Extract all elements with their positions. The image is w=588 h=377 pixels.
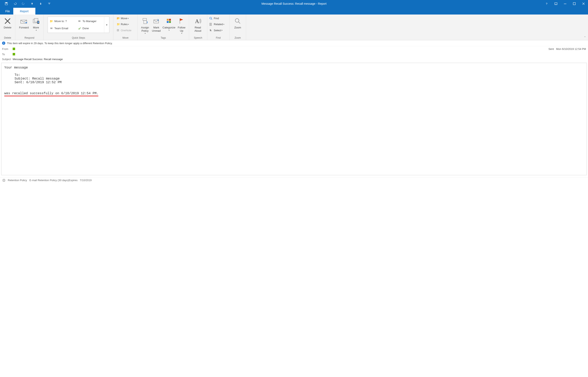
zoom-label: Zoom	[234, 26, 241, 29]
read-aloud-icon: A	[194, 16, 202, 26]
collapse-ribbon-icon[interactable]: ⌃	[584, 36, 586, 39]
info-icon: i	[2, 42, 5, 45]
categorize-label: Categorize	[162, 26, 175, 29]
move-button[interactable]: 📂Move▾	[115, 16, 132, 20]
ribbon: Delete Delete Forward More▾ Respond	[0, 14, 588, 40]
close-icon[interactable]	[579, 0, 588, 7]
zoom-icon	[234, 16, 241, 26]
tab-file[interactable]: File	[2, 8, 13, 14]
rules-button[interactable]: 📁Rules▾	[115, 22, 132, 26]
mark-unread-label: Mark Unread	[152, 26, 161, 32]
header-to-row: To	[0, 51, 588, 57]
flag-icon	[179, 16, 184, 26]
mark-unread-button[interactable]: Mark Unread	[151, 15, 162, 32]
group-label-speech: Speech	[189, 36, 207, 40]
body-line-subject: Subject: Recall message	[4, 77, 584, 81]
ribbon-group-tags: Assign Policy▾ Mark Unread Categorize▾ F…	[138, 14, 189, 40]
related-label: Related	[214, 23, 223, 26]
retention-info-text: This item will expire in 29 days. To kee…	[7, 42, 113, 45]
body-line-sent: Sent: 6/10/2019 12:52 PM	[4, 81, 584, 84]
ribbon-group-find: Find Related▾ Select▾ Find	[207, 14, 230, 40]
find-button[interactable]: Find	[208, 16, 225, 21]
done-icon	[78, 27, 81, 30]
move-label: Move	[121, 17, 127, 20]
categorize-icon	[166, 16, 172, 26]
onenote-icon: N	[116, 29, 121, 32]
svg-point-21	[235, 19, 239, 22]
message-body[interactable]: Your message To: Subject: Recall message…	[1, 63, 587, 175]
undo-icon[interactable]	[11, 0, 19, 7]
group-label-delete: Delete	[0, 36, 15, 40]
quickstep-done[interactable]: Done	[78, 26, 103, 31]
svg-text:N: N	[117, 29, 118, 31]
title-bar: Message Recall Success: Recall message -…	[0, 0, 588, 7]
find-label: Find	[214, 17, 219, 20]
svg-rect-2	[48, 3, 50, 3]
quicksteps-expand-icon[interactable]: ▾	[104, 17, 109, 33]
subject-label: Subject	[2, 58, 13, 61]
status-retention-label: Retention Policy	[8, 179, 27, 182]
previous-item-icon[interactable]	[28, 0, 36, 7]
select-label: Select	[214, 29, 221, 32]
maximize-icon[interactable]	[570, 0, 579, 7]
sent-block: Sent Mon 6/10/2019 12:54 PM	[548, 47, 586, 50]
related-icon	[209, 23, 213, 26]
quickstep-team-email[interactable]: ✉Team Email	[49, 26, 74, 31]
svg-rect-15	[169, 19, 171, 21]
quick-access-toolbar	[0, 0, 54, 7]
zoom-button[interactable]: Zoom	[231, 15, 244, 29]
delete-button[interactable]: Delete	[2, 15, 13, 29]
svg-rect-4	[564, 4, 566, 4]
quickstep-move-to[interactable]: 📁Move to: ?	[49, 19, 74, 24]
sent-label: Sent	[548, 47, 554, 50]
move-folder-icon: 📂	[116, 17, 121, 20]
window-controls: ?	[542, 0, 588, 7]
rules-icon: 📁	[116, 23, 121, 26]
related-button[interactable]: Related▾	[208, 22, 225, 26]
save-icon[interactable]	[2, 0, 11, 7]
svg-rect-23	[3, 179, 5, 180]
ribbon-group-delete: Delete Delete	[0, 14, 15, 40]
help-icon[interactable]: ?	[542, 0, 551, 7]
retention-info-bar: i This item will expire in 29 days. To k…	[0, 40, 588, 46]
follow-up-button[interactable]: Follow Up▾	[176, 15, 187, 35]
categorize-button[interactable]: Categorize▾	[162, 15, 176, 31]
status-expires-label: Expires	[69, 179, 78, 182]
presence-icon	[13, 48, 15, 50]
assign-policy-icon	[142, 16, 149, 26]
body-line-intro: Your message	[4, 66, 584, 70]
to-value	[17, 52, 27, 56]
minimize-icon[interactable]	[560, 0, 570, 7]
quickstep-team-email-label: Team Email	[54, 27, 68, 30]
svg-rect-1	[6, 2, 7, 3]
status-retention-value: E-mail Retention Policy (30 days)	[29, 179, 69, 182]
ribbon-group-zoom: Zoom Zoom	[230, 14, 246, 40]
customize-qat-icon[interactable]	[45, 0, 54, 7]
assign-policy-button[interactable]: Assign Policy▾	[139, 15, 151, 35]
ribbon-spacer: ⌃	[246, 14, 588, 40]
forward-button[interactable]: Forward	[17, 15, 31, 29]
more-label: More	[33, 26, 39, 29]
more-button[interactable]: More▾	[31, 15, 41, 31]
body-line-result: was recalled successfully on 6/10/2019 1…	[4, 92, 584, 95]
to-label: To	[2, 53, 13, 56]
follow-up-label: Follow Up	[178, 26, 185, 32]
group-label-zoom: Zoom	[230, 36, 246, 40]
ribbon-group-move: 📂Move▾ 📁Rules▾ NOneNote Move	[114, 14, 138, 40]
ribbon-display-icon[interactable]	[551, 0, 560, 7]
subject-value: Message Recall Success: Recall message	[13, 58, 63, 61]
delete-icon	[4, 16, 12, 26]
next-item-icon[interactable]	[36, 0, 45, 7]
svg-rect-17	[169, 21, 171, 23]
status-bar: Retention Policy E-mail Retention Policy…	[0, 177, 588, 183]
assign-policy-label: Assign Policy	[141, 26, 149, 32]
read-aloud-button[interactable]: A Read Aloud	[191, 15, 205, 32]
quicksteps-gallery[interactable]: 📁Move to: ? ✉Team Email ✉To Manager Done…	[48, 17, 109, 33]
quickstep-to-manager[interactable]: ✉To Manager	[78, 19, 103, 24]
ribbon-group-respond: Forward More▾ Respond	[15, 14, 44, 40]
ribbon-tabs: File Report	[0, 7, 588, 14]
select-button[interactable]: Select▾	[208, 28, 225, 32]
redo-icon[interactable]	[19, 0, 28, 7]
tab-report[interactable]: Report	[13, 8, 35, 14]
folder-move-icon: 📁	[49, 20, 53, 23]
